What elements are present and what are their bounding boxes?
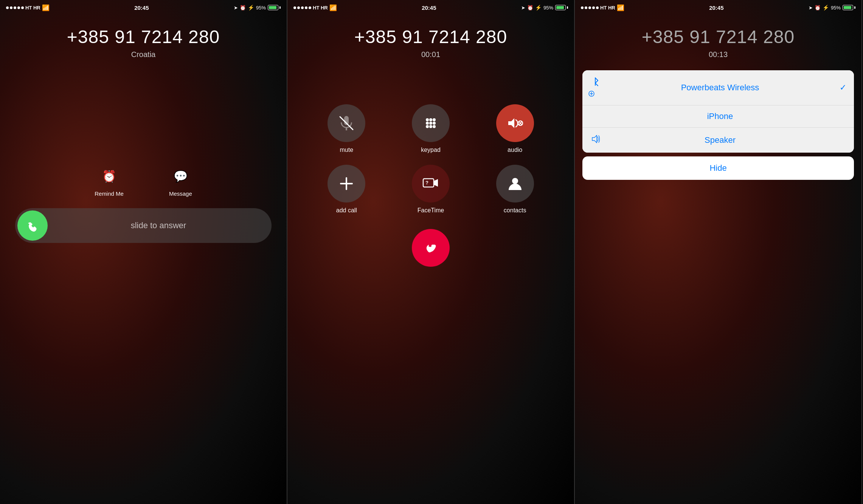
alarm-icon-1: ⏰ — [240, 5, 246, 11]
mute-label: mute — [340, 147, 354, 153]
remind-me-label: Remind Me — [95, 190, 124, 197]
svg-point-6 — [433, 122, 436, 125]
svg-point-1 — [426, 118, 429, 121]
incoming-actions: ⏰ Remind Me 💬 Message — [0, 165, 287, 197]
slide-text: slide to answer — [48, 221, 269, 230]
battery-pct-2: 95% — [543, 5, 553, 11]
add-call-label: add call — [336, 207, 357, 214]
keypad-circle — [412, 104, 450, 142]
call-country-1: Croatia — [0, 50, 287, 59]
carrier-3: HT HR — [600, 5, 615, 11]
message-label: Message — [169, 190, 192, 197]
phone-number-1: +385 91 7214 280 — [0, 26, 287, 47]
alarm-icon-3: ⏰ — [815, 5, 821, 11]
call-timer-3: 00:13 — [575, 50, 861, 59]
call-info-3: +385 91 7214 280 00:13 — [575, 15, 861, 59]
phone-number-3: +385 91 7214 280 — [575, 26, 861, 47]
phone-number-2: +385 91 7214 280 — [287, 26, 574, 47]
iphone-label: iPhone — [605, 111, 835, 121]
svg-point-9 — [433, 125, 436, 128]
facetime-icon: ? — [420, 173, 441, 194]
facetime-button[interactable]: ? FaceTime — [394, 165, 467, 214]
slide-to-answer[interactable]: slide to answer — [15, 208, 272, 243]
bluetooth-icon-3: ⚡ — [823, 5, 829, 11]
audio-label: audio — [508, 147, 522, 153]
background-1 — [0, 0, 287, 504]
mute-icon — [337, 114, 356, 133]
message-button[interactable]: 💬 Message — [169, 165, 192, 197]
status-bar-1: HT HR 📶 20:45 ➤ ⏰ ⚡ 95% — [0, 0, 287, 15]
battery-icon-2 — [555, 5, 568, 10]
audio-circle — [496, 104, 534, 142]
call-timer-2: 00:01 — [287, 50, 574, 59]
keypad-button[interactable]: keypad — [394, 104, 467, 153]
contacts-button[interactable]: contacts — [478, 165, 551, 214]
svg-point-18 — [512, 178, 518, 184]
status-left-1: HT HR 📶 — [6, 4, 50, 11]
call-controls-row2: add call ? FaceTime contacts — [287, 165, 574, 214]
call-controls-row1: mute keypad — [287, 104, 574, 153]
alarm-icon-2: ⏰ — [527, 5, 533, 11]
time-1: 20:45 — [134, 5, 149, 11]
contacts-label: contacts — [504, 207, 526, 214]
bluetooth-icon-2: ⚡ — [535, 5, 542, 11]
phone-answer-icon — [25, 218, 40, 233]
battery-icon-3 — [843, 5, 855, 10]
svg-text:?: ? — [425, 180, 428, 186]
hide-label: Hide — [589, 163, 847, 173]
svg-point-7 — [426, 125, 429, 128]
status-bar-3: HT HR 📶 20:45 ➤ ⏰ ⚡ 95% — [575, 0, 861, 15]
svg-point-8 — [429, 125, 432, 128]
add-call-icon — [337, 174, 356, 193]
carrier-2: HT HR — [313, 5, 328, 11]
add-call-button[interactable]: add call — [310, 165, 383, 214]
audio-option-iphone[interactable]: iPhone — [582, 105, 854, 128]
panel-in-call: HT HR 📶 20:45 ➤ ⏰ ⚡ 95% +385 91 7214 280… — [287, 0, 575, 504]
mute-button[interactable]: mute — [310, 104, 383, 153]
svg-point-3 — [433, 118, 436, 121]
remind-me-button[interactable]: ⏰ Remind Me — [95, 165, 124, 197]
signal-1 — [6, 6, 24, 9]
remind-me-icon: ⏰ — [98, 165, 121, 187]
message-icon: 💬 — [169, 165, 192, 187]
keypad-label: keypad — [421, 147, 441, 153]
svg-marker-17 — [434, 179, 438, 187]
location-icon-1: ➤ — [234, 5, 238, 11]
facetime-label: FaceTime — [418, 207, 444, 214]
svg-marker-20 — [592, 135, 597, 143]
keypad-icon — [421, 114, 440, 133]
call-info-2: +385 91 7214 280 00:01 — [287, 15, 574, 59]
audio-icon — [504, 113, 525, 134]
contacts-icon — [506, 174, 525, 193]
status-right-1: ➤ ⏰ ⚡ 95% — [234, 5, 281, 11]
audio-speaker-icon — [590, 134, 605, 147]
status-left-2: HT HR 📶 — [293, 4, 337, 11]
signal-2 — [293, 6, 311, 9]
end-call-button[interactable] — [412, 229, 450, 267]
audio-option-powerbeats[interactable]: Powerbeats Wireless ✓ — [582, 70, 854, 105]
answer-button[interactable] — [17, 210, 48, 241]
carrier-1: HT HR — [25, 5, 40, 11]
panel-audio-select: HT HR 📶 20:45 ➤ ⏰ ⚡ 95% +385 91 7214 280… — [575, 0, 862, 504]
status-right-2: ➤ ⏰ ⚡ 95% — [521, 5, 568, 11]
location-icon-3: ➤ — [809, 5, 813, 11]
location-icon-2: ➤ — [521, 5, 525, 11]
svg-rect-15 — [423, 179, 434, 187]
audio-option-speaker[interactable]: Speaker — [582, 128, 854, 153]
mute-circle — [328, 104, 365, 142]
battery-pct-1: 95% — [256, 5, 266, 11]
time-3: 20:45 — [709, 5, 723, 11]
status-bar-2: HT HR 📶 20:45 ➤ ⏰ ⚡ 95% — [287, 0, 574, 15]
signal-3 — [581, 6, 599, 9]
facetime-circle: ? — [412, 165, 450, 203]
powerbeats-label: Powerbeats Wireless — [605, 83, 835, 93]
audio-button[interactable]: audio — [478, 104, 551, 153]
battery-pct-3: 95% — [831, 5, 841, 11]
speaker-label: Speaker — [605, 135, 835, 145]
svg-point-2 — [429, 118, 432, 121]
battery-icon-1 — [268, 5, 281, 10]
hide-button[interactable]: Hide — [582, 156, 854, 180]
status-left-3: HT HR 📶 — [581, 4, 624, 11]
checkmark-icon: ✓ — [835, 83, 846, 93]
audio-menu: Powerbeats Wireless ✓ iPhone Speaker — [582, 70, 854, 153]
